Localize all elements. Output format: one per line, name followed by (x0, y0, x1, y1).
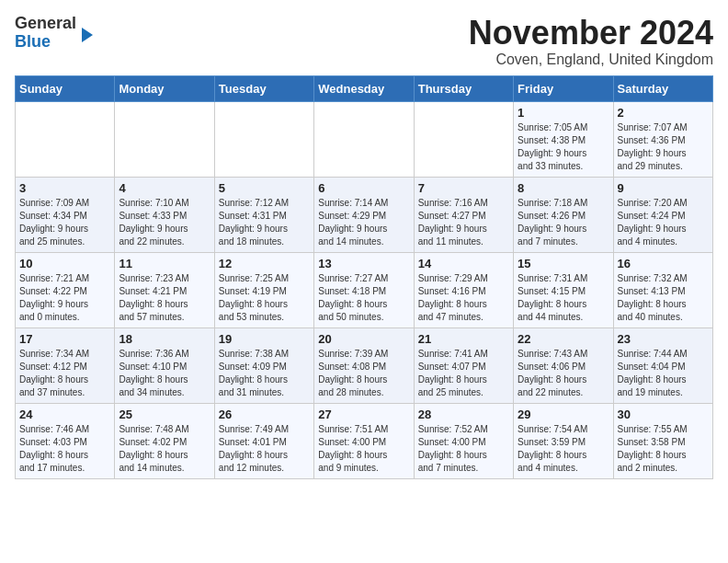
day-number: 7 (418, 181, 509, 195)
day-number: 20 (318, 332, 409, 346)
day-cell: 9Sunrise: 7:20 AM Sunset: 4:24 PM Daylig… (613, 177, 712, 252)
day-info: Sunrise: 7:32 AM Sunset: 4:13 PM Dayligh… (618, 272, 709, 324)
day-cell: 27Sunrise: 7:51 AM Sunset: 4:00 PM Dayli… (314, 403, 414, 478)
day-cell (16, 101, 115, 177)
day-info: Sunrise: 7:48 AM Sunset: 4:02 PM Dayligh… (119, 423, 210, 475)
day-info: Sunrise: 7:21 AM Sunset: 4:22 PM Dayligh… (19, 272, 110, 324)
day-info: Sunrise: 7:52 AM Sunset: 4:00 PM Dayligh… (418, 423, 509, 475)
header-row: SundayMondayTuesdayWednesdayThursdayFrid… (16, 75, 713, 101)
day-number: 30 (618, 408, 709, 421)
week-row-1: 1Sunrise: 7:05 AM Sunset: 4:38 PM Daylig… (16, 101, 713, 177)
day-number: 21 (418, 332, 509, 346)
day-number: 9 (618, 181, 709, 195)
day-cell (115, 101, 214, 177)
col-header-tuesday: Tuesday (214, 75, 313, 101)
day-cell: 28Sunrise: 7:52 AM Sunset: 4:00 PM Dayli… (414, 403, 513, 478)
day-info: Sunrise: 7:39 AM Sunset: 4:08 PM Dayligh… (318, 348, 409, 399)
day-cell: 18Sunrise: 7:36 AM Sunset: 4:10 PM Dayli… (115, 327, 214, 403)
day-cell (414, 101, 513, 177)
day-cell: 16Sunrise: 7:32 AM Sunset: 4:13 PM Dayli… (613, 252, 712, 327)
col-header-thursday: Thursday (414, 75, 513, 101)
day-number: 11 (119, 257, 210, 270)
day-cell: 25Sunrise: 7:48 AM Sunset: 4:02 PM Dayli… (115, 403, 214, 478)
day-cell: 29Sunrise: 7:54 AM Sunset: 3:59 PM Dayli… (514, 403, 613, 478)
day-info: Sunrise: 7:14 AM Sunset: 4:29 PM Dayligh… (318, 197, 409, 248)
day-number: 25 (119, 408, 210, 421)
logo: General Blue (15, 15, 93, 52)
month-title: November 2024 (469, 15, 713, 52)
col-header-wednesday: Wednesday (314, 75, 414, 101)
day-number: 28 (418, 408, 509, 421)
day-cell: 22Sunrise: 7:43 AM Sunset: 4:06 PM Dayli… (514, 327, 613, 403)
day-number: 1 (518, 106, 609, 120)
day-cell: 30Sunrise: 7:55 AM Sunset: 3:58 PM Dayli… (613, 403, 712, 478)
day-info: Sunrise: 7:27 AM Sunset: 4:18 PM Dayligh… (318, 272, 409, 324)
week-row-2: 3Sunrise: 7:09 AM Sunset: 4:34 PM Daylig… (16, 177, 713, 252)
day-info: Sunrise: 7:36 AM Sunset: 4:10 PM Dayligh… (119, 348, 210, 399)
day-info: Sunrise: 7:41 AM Sunset: 4:07 PM Dayligh… (418, 348, 509, 399)
day-info: Sunrise: 7:34 AM Sunset: 4:12 PM Dayligh… (19, 348, 110, 399)
day-cell: 7Sunrise: 7:16 AM Sunset: 4:27 PM Daylig… (414, 177, 513, 252)
logo-blue: Blue (15, 32, 51, 51)
day-info: Sunrise: 7:44 AM Sunset: 4:04 PM Dayligh… (618, 348, 709, 399)
day-info: Sunrise: 7:16 AM Sunset: 4:27 PM Dayligh… (418, 197, 509, 248)
day-number: 27 (318, 408, 409, 421)
day-number: 8 (518, 181, 609, 195)
day-number: 23 (618, 332, 709, 346)
day-info: Sunrise: 7:18 AM Sunset: 4:26 PM Dayligh… (518, 197, 609, 248)
day-number: 18 (119, 332, 210, 346)
location: Coven, England, United Kingdom (469, 52, 713, 68)
day-cell: 13Sunrise: 7:27 AM Sunset: 4:18 PM Dayli… (314, 252, 414, 327)
day-info: Sunrise: 7:29 AM Sunset: 4:16 PM Dayligh… (418, 272, 509, 324)
day-info: Sunrise: 7:49 AM Sunset: 4:01 PM Dayligh… (219, 423, 310, 475)
day-number: 13 (318, 257, 409, 270)
title-block: November 2024 Coven, England, United Kin… (469, 15, 713, 68)
day-cell: 24Sunrise: 7:46 AM Sunset: 4:03 PM Dayli… (16, 403, 115, 478)
day-cell (314, 101, 414, 177)
day-number: 16 (618, 257, 709, 270)
day-cell (214, 101, 313, 177)
day-cell: 8Sunrise: 7:18 AM Sunset: 4:26 PM Daylig… (514, 177, 613, 252)
day-number: 12 (219, 257, 310, 270)
day-cell: 19Sunrise: 7:38 AM Sunset: 4:09 PM Dayli… (214, 327, 313, 403)
day-number: 26 (219, 408, 310, 421)
day-cell: 12Sunrise: 7:25 AM Sunset: 4:19 PM Dayli… (214, 252, 313, 327)
day-cell: 5Sunrise: 7:12 AM Sunset: 4:31 PM Daylig… (214, 177, 313, 252)
day-cell: 3Sunrise: 7:09 AM Sunset: 4:34 PM Daylig… (16, 177, 115, 252)
day-cell: 10Sunrise: 7:21 AM Sunset: 4:22 PM Dayli… (16, 252, 115, 327)
col-header-saturday: Saturday (613, 75, 712, 101)
day-number: 22 (518, 332, 609, 346)
day-number: 6 (318, 181, 409, 195)
day-info: Sunrise: 7:43 AM Sunset: 4:06 PM Dayligh… (518, 348, 609, 399)
day-number: 24 (19, 408, 110, 421)
day-cell: 21Sunrise: 7:41 AM Sunset: 4:07 PM Dayli… (414, 327, 513, 403)
week-row-4: 17Sunrise: 7:34 AM Sunset: 4:12 PM Dayli… (16, 327, 713, 403)
calendar-table: SundayMondayTuesdayWednesdayThursdayFrid… (15, 75, 713, 479)
day-cell: 20Sunrise: 7:39 AM Sunset: 4:08 PM Dayli… (314, 327, 414, 403)
col-header-sunday: Sunday (16, 75, 115, 101)
day-info: Sunrise: 7:07 AM Sunset: 4:36 PM Dayligh… (618, 121, 709, 173)
col-header-friday: Friday (514, 75, 613, 101)
day-number: 14 (418, 257, 509, 270)
day-number: 4 (119, 181, 210, 195)
day-info: Sunrise: 7:23 AM Sunset: 4:21 PM Dayligh… (119, 272, 210, 324)
day-info: Sunrise: 7:09 AM Sunset: 4:34 PM Dayligh… (19, 197, 110, 248)
day-number: 17 (19, 332, 110, 346)
page-header: General Blue November 2024 Coven, Englan… (15, 15, 713, 68)
day-number: 5 (219, 181, 310, 195)
col-header-monday: Monday (115, 75, 214, 101)
day-cell: 17Sunrise: 7:34 AM Sunset: 4:12 PM Dayli… (16, 327, 115, 403)
day-cell: 26Sunrise: 7:49 AM Sunset: 4:01 PM Dayli… (214, 403, 313, 478)
day-number: 15 (518, 257, 609, 270)
day-number: 2 (618, 106, 709, 120)
week-row-5: 24Sunrise: 7:46 AM Sunset: 4:03 PM Dayli… (16, 403, 713, 478)
day-number: 10 (19, 257, 110, 270)
day-info: Sunrise: 7:05 AM Sunset: 4:38 PM Dayligh… (518, 121, 609, 173)
day-cell: 14Sunrise: 7:29 AM Sunset: 4:16 PM Dayli… (414, 252, 513, 327)
day-cell: 2Sunrise: 7:07 AM Sunset: 4:36 PM Daylig… (613, 101, 712, 177)
day-info: Sunrise: 7:51 AM Sunset: 4:00 PM Dayligh… (318, 423, 409, 475)
day-info: Sunrise: 7:46 AM Sunset: 4:03 PM Dayligh… (19, 423, 110, 475)
day-info: Sunrise: 7:20 AM Sunset: 4:24 PM Dayligh… (618, 197, 709, 248)
day-cell: 4Sunrise: 7:10 AM Sunset: 4:33 PM Daylig… (115, 177, 214, 252)
day-cell: 15Sunrise: 7:31 AM Sunset: 4:15 PM Dayli… (514, 252, 613, 327)
